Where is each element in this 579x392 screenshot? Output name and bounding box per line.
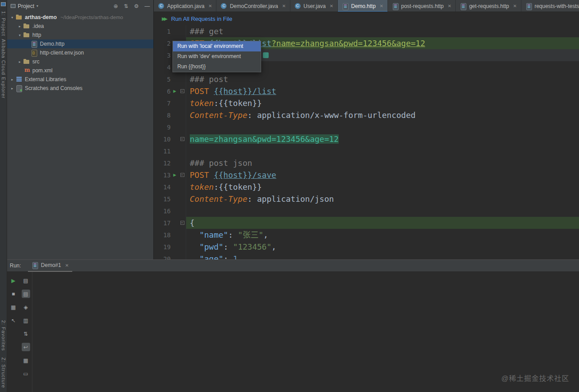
folder-icon [23, 31, 30, 39]
hide-icon[interactable]: — [145, 3, 150, 9]
tree-item-scratches-and-consoles[interactable]: ▸Scratches and Consoles [7, 84, 153, 93]
response-toggle-icon[interactable]: ▤ [22, 290, 30, 298]
tab-get-requests-http[interactable]: get-requests.http✕ [456, 0, 521, 12]
folder-icon [23, 58, 30, 65]
history-icon[interactable]: ◈ [22, 303, 30, 311]
tree-collapse-icon[interactable]: ▾ [9, 16, 16, 20]
tree-item-pom-xml[interactable]: pom.xml [7, 66, 153, 75]
stripe-button-z-structure[interactable]: Z: Structure [1, 357, 6, 388]
popup-item-run-with-local-environment[interactable]: Run with 'local' environment [173, 41, 261, 51]
code-line[interactable]: 10−name=zhangsan&pwd=123456&age=12 [154, 133, 579, 145]
code-segment: : [228, 230, 238, 239]
code-line[interactable]: 16 [154, 205, 579, 217]
close-tab-icon[interactable]: ✕ [65, 263, 69, 268]
close-tab-icon[interactable]: ✕ [330, 4, 333, 8]
tree-item-demo-http[interactable]: Demo.http [7, 39, 153, 48]
panel-title[interactable]: Project [18, 3, 34, 9]
java-class-icon [220, 3, 227, 10]
tree-item-external-libraries[interactable]: ▸External Libraries [7, 75, 153, 84]
tree-collapse-icon[interactable]: ▾ [16, 33, 23, 37]
code-line[interactable]: 20 "age": 1 [154, 253, 579, 259]
code-line[interactable]: 8Content-Type: application/x-www-form-ur… [154, 109, 579, 121]
code-text: POST {{host}}/list [186, 85, 579, 97]
tab-requests-with-tests[interactable]: requests-with-tests✕ [521, 0, 579, 12]
clear-icon[interactable]: ▭ [22, 369, 30, 378]
close-tab-icon[interactable]: ✕ [379, 4, 383, 8]
fold-minus-icon[interactable]: − [180, 221, 184, 225]
tab-post-requests-http[interactable]: post-requests.http✕ [388, 0, 456, 12]
inline-run-widget[interactable] [263, 52, 269, 58]
tree-item-http[interactable]: ▾http [7, 31, 153, 39]
http-file-icon [342, 3, 349, 10]
tab-user-java[interactable]: User.java✕ [290, 0, 338, 12]
chevron-down-icon[interactable]: ▾ [36, 4, 38, 8]
code-line[interactable]: 6▶−POST {{host}}/list [154, 85, 579, 97]
code-line[interactable]: 7token:{{token}} [154, 97, 579, 109]
tab-democontroller-java[interactable]: DemoController.java✕ [216, 0, 290, 12]
code-text: name=zhangsan&pwd=123456&age=12 [186, 133, 579, 145]
run-request-icon[interactable]: ▶ [171, 88, 179, 94]
close-tab-icon[interactable]: ✕ [448, 4, 451, 8]
print-icon[interactable]: ▦ [22, 356, 30, 365]
layout-icon[interactable]: ▦ [9, 303, 18, 311]
run-tab-demo1[interactable]: Demo#1 ✕ [28, 260, 72, 272]
fold-minus-icon[interactable]: − [180, 137, 184, 141]
copy-response-icon[interactable]: ▤ [22, 276, 30, 285]
locate-icon[interactable]: ⊕ [113, 3, 118, 9]
code-line[interactable]: 1### get [154, 25, 579, 37]
line-number: 15 [154, 196, 171, 203]
tree-expand-icon[interactable]: ▸ [16, 24, 23, 28]
code-segment: POST [190, 86, 214, 96]
gear-icon[interactable]: ⚙ [134, 3, 139, 9]
code-line[interactable]: 14token:{{token}} [154, 181, 579, 193]
tab-demo-http[interactable]: Demo.http✕ [338, 0, 388, 12]
close-tab-icon[interactable]: ✕ [513, 4, 516, 8]
tree-item-src[interactable]: ▸src [7, 57, 153, 66]
tree-expand-icon[interactable]: ▸ [16, 60, 23, 64]
close-tab-icon[interactable]: ✕ [208, 4, 212, 8]
code-segment: ### post [190, 74, 228, 84]
fold-region[interactable]: − [179, 221, 186, 225]
tab-application-java[interactable]: Application.java✕ [154, 0, 216, 12]
run-panel-label: Run: [10, 263, 21, 269]
tab-label: requests-with-tests [535, 3, 579, 9]
open-log-icon[interactable]: ▥ [22, 316, 30, 325]
code-line[interactable]: 11 [154, 145, 579, 157]
tree-expand-icon[interactable]: ▸ [9, 78, 16, 82]
code-segment [190, 230, 200, 239]
run-request-icon[interactable]: ▶ [171, 172, 179, 178]
editor[interactable]: ▶▶ Run All Requests in File 1### get2GET… [154, 12, 579, 259]
run-all-requests[interactable]: ▶▶ Run All Requests in File [154, 12, 579, 25]
scroll-icon[interactable]: ⇅ [22, 329, 30, 338]
tree-item-idea[interactable]: ▸.idea [7, 22, 153, 31]
fold-region[interactable]: − [179, 89, 186, 93]
soft-wrap-icon[interactable]: ↩ [22, 343, 30, 351]
code-line[interactable]: 9 [154, 121, 579, 133]
fold-minus-icon[interactable]: − [180, 89, 184, 93]
run-console-content[interactable] [32, 272, 579, 392]
code-line[interactable]: 5### post [154, 73, 579, 85]
fold-region[interactable]: − [179, 173, 186, 177]
fold-minus-icon[interactable]: − [180, 173, 184, 177]
stop-icon[interactable]: ■ [9, 290, 18, 298]
code-line[interactable]: 12### post json [154, 157, 579, 169]
rerun-icon[interactable]: ▶ [9, 276, 18, 285]
stripe-button-1-project[interactable]: 1: Project [1, 11, 6, 36]
fold-region[interactable]: − [179, 137, 186, 141]
close-tab-icon[interactable]: ✕ [282, 4, 286, 8]
code-segment: {{host}}/save [214, 170, 276, 180]
code-line[interactable]: 19 "pwd": "123456", [154, 241, 579, 253]
popup-item-run-host[interactable]: Run {{host}} [173, 62, 261, 72]
code-line[interactable]: 18 "name": "张三", [154, 229, 579, 241]
tree-item-arthas-demo[interactable]: ▾arthas-demo~/IdeaProjects/arthas-demo [7, 13, 153, 22]
code-line[interactable]: 13▶−POST {{host}}/save [154, 169, 579, 181]
stripe-button-alibaba-cloud-explorer[interactable]: Alibaba Cloud Explorer [1, 39, 6, 99]
code-line[interactable]: 15Content-Type: application/json [154, 193, 579, 205]
collapse-icon[interactable]: ⇅ [124, 3, 128, 9]
pin-icon[interactable]: ↖ [9, 316, 18, 325]
popup-item-run-with-dev-environment[interactable]: Run with 'dev' environment [173, 51, 261, 62]
tree-item-http-client-env-json[interactable]: http-client.env.json [7, 48, 153, 57]
code-line[interactable]: 17−{ [154, 217, 579, 229]
tree-expand-icon[interactable]: ▸ [9, 86, 16, 90]
stripe-button-2-favorites[interactable]: 2: Favorites [1, 320, 6, 351]
